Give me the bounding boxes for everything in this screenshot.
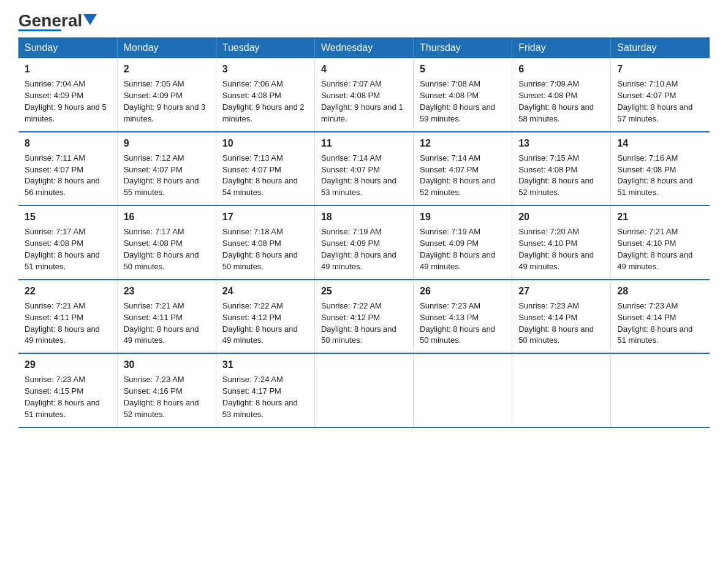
day-number: 19 <box>420 210 506 224</box>
calendar-day-cell: 24Sunrise: 7:22 AMSunset: 4:12 PMDayligh… <box>216 280 314 354</box>
day-info: Sunrise: 7:23 AMSunset: 4:16 PMDaylight:… <box>124 375 199 419</box>
weekday-tuesday: Tuesday <box>216 37 314 58</box>
day-number: 6 <box>518 62 604 76</box>
calendar-day-cell: 15Sunrise: 7:17 AMSunset: 4:08 PMDayligh… <box>18 205 117 280</box>
weekday-thursday: Thursday <box>414 37 512 58</box>
empty-cell <box>314 353 413 427</box>
page-header: General <box>18 12 710 31</box>
calendar-day-cell: 16Sunrise: 7:17 AMSunset: 4:08 PMDayligh… <box>117 205 216 280</box>
weekday-header-row: SundayMondayTuesdayWednesdayThursdayFrid… <box>18 37 710 58</box>
day-info: Sunrise: 7:23 AMSunset: 4:13 PMDaylight:… <box>420 301 495 345</box>
day-number: 21 <box>617 210 703 224</box>
calendar-day-cell: 31Sunrise: 7:24 AMSunset: 4:17 PMDayligh… <box>216 353 314 427</box>
day-number: 18 <box>321 210 407 224</box>
day-info: Sunrise: 7:21 AMSunset: 4:11 PMDaylight:… <box>124 301 199 345</box>
calendar-day-cell: 12Sunrise: 7:14 AMSunset: 4:07 PMDayligh… <box>414 132 512 206</box>
logo: General <box>18 12 97 31</box>
weekday-friday: Friday <box>512 37 611 58</box>
day-number: 23 <box>124 284 210 298</box>
day-info: Sunrise: 7:23 AMSunset: 4:15 PMDaylight:… <box>25 375 100 419</box>
calendar-day-cell: 5Sunrise: 7:08 AMSunset: 4:08 PMDaylight… <box>414 58 512 132</box>
day-info: Sunrise: 7:08 AMSunset: 4:08 PMDaylight:… <box>420 79 495 123</box>
calendar-body: 1Sunrise: 7:04 AMSunset: 4:09 PMDaylight… <box>18 58 710 427</box>
day-number: 30 <box>124 358 210 372</box>
calendar-day-cell: 14Sunrise: 7:16 AMSunset: 4:08 PMDayligh… <box>611 132 710 206</box>
day-info: Sunrise: 7:17 AMSunset: 4:08 PMDaylight:… <box>25 227 100 271</box>
day-info: Sunrise: 7:24 AMSunset: 4:17 PMDaylight:… <box>222 375 298 419</box>
day-number: 27 <box>518 284 604 298</box>
day-number: 7 <box>617 62 703 76</box>
day-number: 31 <box>222 358 308 372</box>
day-number: 17 <box>222 210 308 224</box>
day-number: 12 <box>420 136 506 150</box>
day-number: 13 <box>518 136 604 150</box>
day-info: Sunrise: 7:05 AMSunset: 4:09 PMDaylight:… <box>124 79 206 123</box>
calendar-day-cell: 23Sunrise: 7:21 AMSunset: 4:11 PMDayligh… <box>117 280 216 354</box>
logo-triangle-icon <box>83 14 97 25</box>
day-number: 4 <box>321 62 407 76</box>
day-number: 8 <box>25 136 111 150</box>
day-info: Sunrise: 7:11 AMSunset: 4:07 PMDaylight:… <box>25 153 100 197</box>
day-number: 26 <box>420 284 506 298</box>
calendar-day-cell: 3Sunrise: 7:06 AMSunset: 4:08 PMDaylight… <box>216 58 314 132</box>
day-info: Sunrise: 7:14 AMSunset: 4:07 PMDaylight:… <box>321 153 396 197</box>
day-number: 5 <box>420 62 506 76</box>
day-number: 1 <box>25 62 111 76</box>
day-number: 9 <box>124 136 210 150</box>
day-info: Sunrise: 7:23 AMSunset: 4:14 PMDaylight:… <box>518 301 594 345</box>
calendar-week-row: 15Sunrise: 7:17 AMSunset: 4:08 PMDayligh… <box>18 205 710 280</box>
logo-text-general: General <box>18 12 82 29</box>
calendar-day-cell: 1Sunrise: 7:04 AMSunset: 4:09 PMDaylight… <box>18 58 117 132</box>
empty-cell <box>414 353 512 427</box>
calendar-day-cell: 27Sunrise: 7:23 AMSunset: 4:14 PMDayligh… <box>512 280 611 354</box>
calendar-day-cell: 11Sunrise: 7:14 AMSunset: 4:07 PMDayligh… <box>314 132 413 206</box>
day-info: Sunrise: 7:19 AMSunset: 4:09 PMDaylight:… <box>321 227 396 271</box>
calendar-week-row: 8Sunrise: 7:11 AMSunset: 4:07 PMDaylight… <box>18 132 710 206</box>
weekday-wednesday: Wednesday <box>314 37 413 58</box>
day-info: Sunrise: 7:14 AMSunset: 4:07 PMDaylight:… <box>420 153 495 197</box>
day-info: Sunrise: 7:22 AMSunset: 4:12 PMDaylight:… <box>321 301 396 345</box>
calendar-day-cell: 10Sunrise: 7:13 AMSunset: 4:07 PMDayligh… <box>216 132 314 206</box>
calendar-table: SundayMondayTuesdayWednesdayThursdayFrid… <box>18 37 710 428</box>
calendar-day-cell: 28Sunrise: 7:23 AMSunset: 4:14 PMDayligh… <box>611 280 710 354</box>
day-info: Sunrise: 7:16 AMSunset: 4:08 PMDaylight:… <box>617 153 692 197</box>
day-info: Sunrise: 7:21 AMSunset: 4:11 PMDaylight:… <box>25 301 100 345</box>
weekday-monday: Monday <box>117 37 216 58</box>
day-number: 3 <box>222 62 308 76</box>
svg-marker-0 <box>83 14 97 25</box>
calendar-day-cell: 22Sunrise: 7:21 AMSunset: 4:11 PMDayligh… <box>18 280 117 354</box>
day-info: Sunrise: 7:12 AMSunset: 4:07 PMDaylight:… <box>124 153 199 197</box>
day-number: 29 <box>25 358 111 372</box>
calendar-day-cell: 4Sunrise: 7:07 AMSunset: 4:08 PMDaylight… <box>314 58 413 132</box>
calendar-day-cell: 9Sunrise: 7:12 AMSunset: 4:07 PMDaylight… <box>117 132 216 206</box>
day-info: Sunrise: 7:20 AMSunset: 4:10 PMDaylight:… <box>518 227 594 271</box>
empty-cell <box>611 353 710 427</box>
calendar-day-cell: 29Sunrise: 7:23 AMSunset: 4:15 PMDayligh… <box>18 353 117 427</box>
day-number: 14 <box>617 136 703 150</box>
calendar-week-row: 1Sunrise: 7:04 AMSunset: 4:09 PMDaylight… <box>18 58 710 132</box>
calendar-week-row: 29Sunrise: 7:23 AMSunset: 4:15 PMDayligh… <box>18 353 710 427</box>
calendar-day-cell: 13Sunrise: 7:15 AMSunset: 4:08 PMDayligh… <box>512 132 611 206</box>
day-number: 20 <box>518 210 604 224</box>
calendar-day-cell: 17Sunrise: 7:18 AMSunset: 4:08 PMDayligh… <box>216 205 314 280</box>
calendar-header: SundayMondayTuesdayWednesdayThursdayFrid… <box>18 37 710 58</box>
calendar-week-row: 22Sunrise: 7:21 AMSunset: 4:11 PMDayligh… <box>18 280 710 354</box>
day-number: 28 <box>617 284 703 298</box>
day-info: Sunrise: 7:09 AMSunset: 4:08 PMDaylight:… <box>518 79 594 123</box>
day-info: Sunrise: 7:17 AMSunset: 4:08 PMDaylight:… <box>124 227 199 271</box>
calendar-day-cell: 19Sunrise: 7:19 AMSunset: 4:09 PMDayligh… <box>414 205 512 280</box>
calendar-day-cell: 30Sunrise: 7:23 AMSunset: 4:16 PMDayligh… <box>117 353 216 427</box>
day-info: Sunrise: 7:10 AMSunset: 4:07 PMDaylight:… <box>617 79 692 123</box>
day-number: 2 <box>124 62 210 76</box>
calendar-day-cell: 2Sunrise: 7:05 AMSunset: 4:09 PMDaylight… <box>117 58 216 132</box>
day-info: Sunrise: 7:22 AMSunset: 4:12 PMDaylight:… <box>222 301 298 345</box>
day-info: Sunrise: 7:13 AMSunset: 4:07 PMDaylight:… <box>222 153 298 197</box>
day-number: 10 <box>222 136 308 150</box>
day-number: 22 <box>25 284 111 298</box>
day-info: Sunrise: 7:21 AMSunset: 4:10 PMDaylight:… <box>617 227 692 271</box>
day-info: Sunrise: 7:18 AMSunset: 4:08 PMDaylight:… <box>222 227 298 271</box>
calendar-day-cell: 25Sunrise: 7:22 AMSunset: 4:12 PMDayligh… <box>314 280 413 354</box>
calendar-day-cell: 21Sunrise: 7:21 AMSunset: 4:10 PMDayligh… <box>611 205 710 280</box>
calendar-day-cell: 18Sunrise: 7:19 AMSunset: 4:09 PMDayligh… <box>314 205 413 280</box>
day-info: Sunrise: 7:15 AMSunset: 4:08 PMDaylight:… <box>518 153 594 197</box>
